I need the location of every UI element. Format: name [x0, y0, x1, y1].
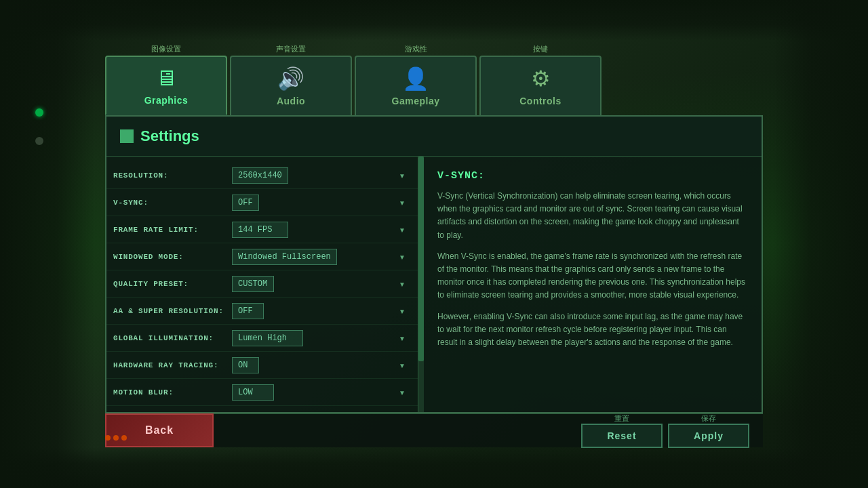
tab-audio[interactable]: 🔊Audio: [230, 56, 352, 115]
setting-select-global_illumination[interactable]: OFFLumen LowLumen MediumLumen High: [232, 330, 303, 346]
tab-icon-graphics: 🖥: [155, 66, 177, 91]
setting-select-wrapper-windowed_mode: FullscreenWindowed FullscreenWindowed: [232, 249, 411, 265]
info-paragraph: However, enabling V-Sync can also introd…: [437, 310, 748, 350]
dot-1: [105, 435, 111, 441]
setting-select-wrapper-quality_preset: LOWMEDIUMHIGHULTRACUSTOM: [232, 276, 411, 292]
tab-chinese-controls: 按键: [533, 44, 548, 54]
setting-select-hw_ray_tracing[interactable]: OFFON: [232, 357, 259, 373]
setting-row-quality_preset: QUALITY PRESET:LOWMEDIUMHIGHULTRACUSTOM: [106, 270, 418, 298]
info-panel-title: V-SYNC:: [437, 170, 748, 182]
content-box: Settings RESOLUTION:1920x10802560x144038…: [105, 115, 763, 413]
settings-icon: [120, 129, 134, 143]
setting-label-resolution: RESOLUTION:: [113, 171, 232, 180]
tab-bar: 图像设置🖥Graphics声音设置🔊Audio游戏性👤Gameplay按键⚙Co…: [105, 44, 763, 115]
border-right: [773, 0, 868, 488]
setting-select-windowed_mode[interactable]: FullscreenWindowed FullscreenWindowed: [232, 249, 337, 265]
tab-label-audio: Audio: [277, 96, 305, 106]
tab-group-controls: 按键⚙Controls: [479, 44, 601, 115]
setting-select-wrapper-aa_super_res: OFFDLSSFSRTAA: [232, 303, 411, 319]
setting-row-resolution: RESOLUTION:1920x10802560x14403840x2160: [106, 162, 418, 189]
tab-gameplay[interactable]: 👤Gameplay: [355, 56, 477, 115]
settings-main: RESOLUTION:1920x10802560x14403840x2160V-…: [106, 157, 762, 412]
apply-button[interactable]: Apply: [668, 424, 749, 448]
info-panel-text: V-Sync (Vertical Synchronization) can he…: [437, 190, 748, 349]
apply-chinese-label: 保存: [682, 413, 736, 424]
setting-select-frame_rate[interactable]: 30 FPS60 FPS120 FPS144 FPSUnlimited: [232, 222, 288, 238]
info-paragraph: When V-Sync is enabled, the game's frame…: [437, 250, 748, 302]
scrollbar[interactable]: [418, 157, 424, 412]
setting-select-wrapper-motion_blur: OFFLOWMEDIUMHIGH: [232, 384, 411, 401]
setting-row-aa_super_res: AA & SUPER RESOLUTION:OFFDLSSFSRTAA: [106, 298, 418, 325]
setting-select-quality_preset[interactable]: LOWMEDIUMHIGHULTRACUSTOM: [232, 276, 274, 292]
reset-button[interactable]: Reset: [581, 424, 663, 448]
setting-row-windowed_mode: WINDOWED MODE:FullscreenWindowed Fullscr…: [106, 243, 418, 270]
tab-group-audio: 声音设置🔊Audio: [230, 44, 352, 115]
setting-select-wrapper-frame_rate: 30 FPS60 FPS120 FPS144 FPSUnlimited: [232, 222, 411, 238]
tab-graphics[interactable]: 🖥Graphics: [105, 56, 227, 115]
setting-select-wrapper-hw_ray_tracing: OFFON: [232, 357, 411, 373]
setting-row-global_illumination: GLOBAL ILLUMINATION:OFFLumen LowLumen Me…: [106, 325, 418, 352]
setting-row-vsync: V-SYNC:OFFON: [106, 189, 418, 216]
tab-icon-controls: ⚙: [531, 66, 551, 92]
tab-label-gameplay: Gameplay: [392, 96, 440, 106]
led-2: [35, 137, 43, 145]
led-indicators: [35, 108, 43, 145]
tab-label-graphics: Graphics: [144, 95, 189, 106]
tab-group-graphics: 图像设置🖥Graphics: [105, 44, 227, 115]
setting-select-aa_super_res[interactable]: OFFDLSSFSRTAA: [232, 303, 264, 319]
info-paragraph: V-Sync (Vertical Synchronization) can he…: [437, 190, 748, 242]
settings-header: Settings: [106, 117, 762, 157]
info-panel: V-SYNC: V-Sync (Vertical Synchronization…: [424, 157, 762, 412]
setting-label-aa_super_res: AA & SUPER RESOLUTION:: [113, 307, 232, 315]
dot-2: [113, 435, 119, 441]
setting-label-windowed_mode: WINDOWED MODE:: [113, 253, 232, 261]
setting-select-vsync[interactable]: OFFON: [232, 195, 259, 211]
settings-list: RESOLUTION:1920x10802560x14403840x2160V-…: [106, 157, 418, 412]
setting-label-frame_rate: FRAME RATE LIMIT:: [113, 226, 232, 234]
setting-label-motion_blur: MOTION BLUR:: [113, 388, 232, 396]
scrollbar-thumb[interactable]: [418, 157, 424, 361]
setting-label-vsync: V-SYNC:: [113, 199, 232, 207]
setting-row-hw_ray_tracing: HARDWARE RAY TRACING:OFFON: [106, 352, 418, 379]
settings-title: Settings: [140, 127, 199, 145]
reset-chinese-label: 重置: [595, 413, 649, 424]
setting-select-wrapper-global_illumination: OFFLumen LowLumen MediumLumen High: [232, 330, 411, 346]
setting-select-motion_blur[interactable]: OFFLOWMEDIUMHIGH: [232, 384, 274, 401]
tab-chinese-audio: 声音设置: [276, 44, 306, 54]
tab-chinese-graphics: 图像设置: [151, 44, 181, 54]
led-1: [35, 108, 43, 117]
tab-icon-gameplay: 👤: [402, 66, 429, 92]
setting-label-global_illumination: GLOBAL ILLUMINATION:: [113, 334, 232, 342]
setting-row-frame_rate: FRAME RATE LIMIT:30 FPS60 FPS120 FPS144 …: [106, 216, 418, 243]
back-button[interactable]: Back: [105, 413, 214, 447]
setting-label-hw_ray_tracing: HARDWARE RAY TRACING:: [113, 361, 232, 369]
tab-label-controls: Controls: [519, 96, 561, 106]
setting-select-resolution[interactable]: 1920x10802560x14403840x2160: [232, 167, 288, 184]
dot-3: [121, 435, 127, 441]
tab-group-gameplay: 游戏性👤Gameplay: [355, 44, 477, 115]
setting-label-quality_preset: QUALITY PRESET:: [113, 280, 232, 288]
border-top: [0, 0, 868, 41]
border-left: [0, 0, 95, 488]
tab-controls[interactable]: ⚙Controls: [479, 56, 601, 115]
dots-decoration: [105, 435, 127, 441]
setting-row-motion_blur: MOTION BLUR:OFFLOWMEDIUMHIGH: [106, 379, 418, 406]
setting-select-wrapper-vsync: OFFON: [232, 195, 411, 211]
tab-icon-audio: 🔊: [277, 66, 304, 92]
main-layout: 图像设置🖥Graphics声音设置🔊Audio游戏性👤Gameplay按键⚙Co…: [105, 44, 763, 413]
setting-select-wrapper-resolution: 1920x10802560x14403840x2160: [232, 167, 411, 184]
tab-chinese-gameplay: 游戏性: [405, 44, 427, 54]
border-bottom: [0, 447, 868, 488]
